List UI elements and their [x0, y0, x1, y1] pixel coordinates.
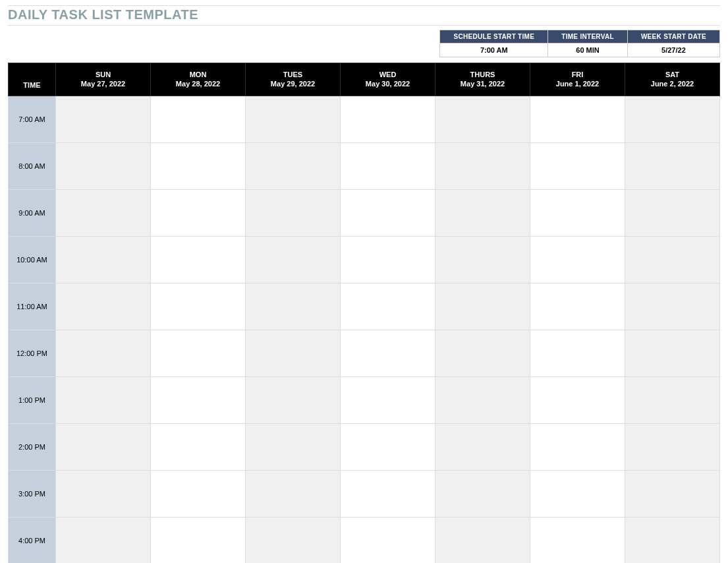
day-header-mon: MON May 28, 2022 [151, 63, 246, 96]
task-cell[interactable] [625, 470, 720, 517]
task-cell[interactable] [435, 470, 530, 517]
task-cell[interactable] [56, 96, 151, 142]
task-cell[interactable] [246, 330, 341, 376]
task-cell[interactable] [625, 189, 720, 236]
schedule-row: 1:00 PM [9, 376, 720, 423]
day-header-sun: SUN May 27, 2022 [56, 63, 151, 96]
task-cell[interactable] [341, 283, 435, 330]
task-cell[interactable] [151, 330, 246, 376]
task-cell[interactable] [625, 423, 720, 470]
task-cell[interactable] [246, 189, 341, 236]
settings-panel: SCHEDULE START TIME TIME INTERVAL WEEK S… [8, 30, 720, 57]
task-cell[interactable] [56, 423, 151, 470]
task-cell[interactable] [246, 283, 341, 330]
task-cell[interactable] [246, 517, 341, 563]
task-cell[interactable] [151, 376, 246, 423]
task-cell[interactable] [435, 283, 530, 330]
task-cell[interactable] [56, 283, 151, 330]
settings-value-week-start[interactable]: 5/27/22 [627, 44, 719, 57]
time-cell: 3:00 PM [9, 470, 56, 517]
day-name: SAT [628, 70, 717, 79]
day-date: June 2, 2022 [628, 79, 717, 88]
task-cell[interactable] [56, 236, 151, 283]
day-header-tues: TUES May 29, 2022 [246, 63, 341, 96]
time-cell: 1:00 PM [9, 376, 56, 423]
task-cell[interactable] [530, 142, 625, 189]
task-cell[interactable] [151, 189, 246, 236]
day-name: THURS [438, 70, 527, 79]
task-cell[interactable] [530, 330, 625, 376]
task-cell[interactable] [625, 96, 720, 142]
day-name: TUES [248, 70, 337, 79]
schedule-row: 12:00 PM [9, 330, 720, 376]
task-cell[interactable] [341, 236, 435, 283]
task-cell[interactable] [435, 517, 530, 563]
task-cell[interactable] [341, 517, 435, 563]
task-cell[interactable] [151, 283, 246, 330]
task-cell[interactable] [151, 96, 246, 142]
task-cell[interactable] [530, 189, 625, 236]
task-cell[interactable] [341, 330, 435, 376]
task-cell[interactable] [625, 517, 720, 563]
task-cell[interactable] [530, 423, 625, 470]
task-cell[interactable] [56, 517, 151, 563]
day-date: May 31, 2022 [438, 79, 527, 88]
task-cell[interactable] [151, 236, 246, 283]
task-cell[interactable] [625, 283, 720, 330]
task-cell[interactable] [341, 470, 435, 517]
time-column-header: TIME [9, 63, 56, 96]
task-cell[interactable] [625, 330, 720, 376]
schedule-body: 7:00 AM 8:00 AM 9:00 AM [9, 96, 720, 563]
schedule-row: 7:00 AM [9, 96, 720, 142]
task-cell[interactable] [530, 236, 625, 283]
task-cell[interactable] [341, 96, 435, 142]
day-header-sat: SAT June 2, 2022 [625, 63, 720, 96]
task-cell[interactable] [341, 142, 435, 189]
task-cell[interactable] [246, 470, 341, 517]
time-cell: 2:00 PM [9, 423, 56, 470]
task-cell[interactable] [56, 142, 151, 189]
schedule-row: 11:00 AM [9, 283, 720, 330]
task-cell[interactable] [435, 236, 530, 283]
settings-value-interval[interactable]: 60 MIN [548, 44, 628, 57]
task-cell[interactable] [151, 470, 246, 517]
task-cell[interactable] [530, 376, 625, 423]
task-cell[interactable] [246, 236, 341, 283]
task-cell[interactable] [151, 142, 246, 189]
time-cell: 4:00 PM [9, 517, 56, 563]
task-cell[interactable] [435, 142, 530, 189]
task-cell[interactable] [341, 376, 435, 423]
schedule-table: TIME SUN May 27, 2022 MON May 28, 2022 T… [8, 63, 720, 563]
day-name: WED [343, 70, 432, 79]
task-cell[interactable] [435, 423, 530, 470]
task-cell[interactable] [341, 423, 435, 470]
task-cell[interactable] [56, 376, 151, 423]
task-cell[interactable] [625, 236, 720, 283]
task-cell[interactable] [530, 283, 625, 330]
task-cell[interactable] [625, 142, 720, 189]
task-cell[interactable] [435, 376, 530, 423]
task-cell[interactable] [246, 142, 341, 189]
task-cell[interactable] [530, 96, 625, 142]
task-cell[interactable] [341, 189, 435, 236]
task-cell[interactable] [56, 189, 151, 236]
task-cell[interactable] [56, 330, 151, 376]
task-cell[interactable] [56, 470, 151, 517]
day-header-fri: FRI June 1, 2022 [530, 63, 625, 96]
task-cell[interactable] [530, 517, 625, 563]
task-cell[interactable] [151, 517, 246, 563]
settings-value-start-time[interactable]: 7:00 AM [440, 44, 548, 57]
task-cell[interactable] [435, 96, 530, 142]
task-cell[interactable] [151, 423, 246, 470]
page-title: DAILY TASK LIST TEMPLATE [8, 5, 720, 26]
task-cell[interactable] [246, 96, 341, 142]
time-cell: 8:00 AM [9, 142, 56, 189]
task-cell[interactable] [246, 423, 341, 470]
task-cell[interactable] [625, 376, 720, 423]
task-cell[interactable] [435, 330, 530, 376]
task-cell[interactable] [530, 470, 625, 517]
task-cell[interactable] [435, 189, 530, 236]
task-cell[interactable] [246, 376, 341, 423]
day-date: May 28, 2022 [154, 79, 242, 88]
settings-header-start-time: SCHEDULE START TIME [440, 30, 548, 44]
